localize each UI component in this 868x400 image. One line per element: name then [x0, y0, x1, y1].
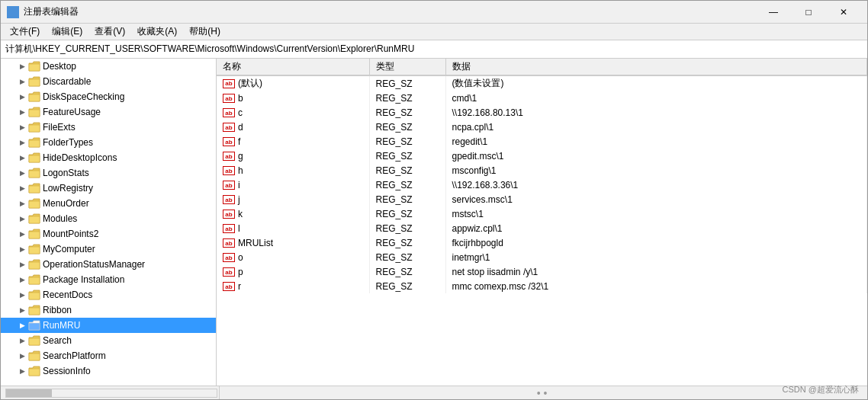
table-header: 名称 类型 数据: [217, 59, 867, 75]
tree-item[interactable]: ▶ SessionInfo: [1, 363, 216, 379]
tree-item[interactable]: ▶ SearchPlatform: [1, 348, 216, 363]
svg-rect-3: [13, 10, 16, 12]
tree-panel[interactable]: ▶ Desktop▶ Discardable▶ DiskSpaceCheckin…: [1, 59, 217, 386]
cell-name: abo: [217, 250, 369, 264]
tree-item[interactable]: ▶ RecentDocs: [1, 287, 216, 302]
menu-help[interactable]: 帮助(H): [183, 24, 227, 40]
cell-type: REG_SZ: [369, 105, 445, 120]
expand-arrow[interactable]: ▶: [16, 121, 28, 133]
expand-arrow[interactable]: ▶: [16, 167, 28, 179]
menu-file[interactable]: 文件(F): [4, 24, 46, 40]
folder-icon: [28, 183, 40, 194]
cell-name: abb: [217, 91, 369, 105]
expand-arrow[interactable]: ▶: [16, 136, 28, 149]
tree-item[interactable]: ▶ DiskSpaceChecking: [1, 89, 216, 104]
expand-arrow[interactable]: ▶: [16, 274, 28, 286]
tree-item[interactable]: ▶ Desktop: [1, 59, 216, 74]
tree-item[interactable]: ▶ HideDesktopIcons: [1, 150, 216, 165]
table-row[interactable]: abgREG_SZgpedit.msc\1: [217, 149, 867, 163]
table-row[interactable]: abpREG_SZnet stop iisadmin /y\1: [217, 264, 867, 279]
col-type[interactable]: 类型: [369, 59, 445, 75]
table-row[interactable]: abiREG_SZ\\192.168.3.36\1: [217, 178, 867, 192]
expand-arrow[interactable]: ▶: [16, 106, 28, 118]
table-row[interactable]: abhREG_SZmsconfig\1: [217, 163, 867, 178]
expand-arrow[interactable]: ▶: [16, 289, 28, 301]
expand-arrow[interactable]: ▶: [16, 365, 28, 377]
cell-name: ab(默认): [217, 75, 369, 91]
tree-item[interactable]: ▶ MenuOrder: [1, 196, 216, 211]
table-row[interactable]: abjREG_SZservices.msc\1: [217, 192, 867, 206]
folder-icon: [28, 107, 40, 117]
folder-icon: [28, 137, 40, 148]
ab-icon: ab: [223, 282, 235, 291]
minimize-button[interactable]: —: [756, 1, 791, 24]
expand-arrow[interactable]: ▶: [16, 152, 28, 164]
expand-arrow[interactable]: ▶: [16, 258, 28, 270]
table-row[interactable]: abcREG_SZ\\192.168.80.13\1: [217, 105, 867, 120]
table-row[interactable]: abdREG_SZncpa.cpl\1: [217, 120, 867, 134]
menu-edit[interactable]: 编辑(E): [46, 24, 88, 40]
table-row[interactable]: ab(默认)REG_SZ(数值未设置): [217, 75, 867, 91]
tree-item[interactable]: ▶ RunMRU: [1, 318, 216, 333]
tree-item[interactable]: ▶ MyComputer: [1, 242, 216, 257]
expand-arrow[interactable]: ▶: [16, 350, 28, 362]
cell-data: services.msc\1: [445, 192, 867, 206]
horizontal-scroll-area[interactable]: [4, 386, 220, 399]
expand-arrow[interactable]: ▶: [16, 197, 28, 210]
table-row[interactable]: abrREG_SZmmc comexp.msc /32\1: [217, 279, 867, 293]
tree-item-label: LowRegistry: [43, 183, 93, 194]
tree-item[interactable]: ▶ Package Installation: [1, 272, 216, 287]
ab-icon: ab: [223, 224, 235, 233]
expand-arrow[interactable]: ▶: [16, 304, 28, 316]
menu-view[interactable]: 查看(V): [88, 24, 131, 40]
expand-arrow[interactable]: ▶: [16, 75, 28, 88]
tree-item[interactable]: ▶ Search: [1, 333, 216, 348]
svg-rect-2: [8, 10, 11, 12]
registry-table[interactable]: 名称 类型 数据 ab(默认)REG_SZ(数值未设置)abbREG_SZcmd…: [217, 59, 867, 386]
folder-icon: [28, 274, 40, 285]
tree-item-label: MenuOrder: [43, 198, 89, 209]
col-name[interactable]: 名称: [217, 59, 369, 75]
tree-item[interactable]: ▶ FolderTypes: [1, 135, 216, 150]
tree-item[interactable]: ▶ MountPoints2: [1, 226, 216, 242]
maximize-button[interactable]: □: [791, 1, 826, 24]
cell-name: abMRUList: [217, 235, 369, 250]
expand-arrow[interactable]: ▶: [16, 243, 28, 255]
cell-data: inetmgr\1: [445, 250, 867, 264]
tree-item-label: Search: [43, 335, 72, 346]
tree-item[interactable]: ▶ FeatureUsage: [1, 104, 216, 120]
tree-item[interactable]: ▶ LowRegistry: [1, 181, 216, 196]
table-row[interactable]: abkREG_SZmstsc\1: [217, 206, 867, 221]
cell-data: regedit\1: [445, 134, 867, 149]
tree-item[interactable]: ▶ Discardable: [1, 74, 216, 89]
hscroll-track[interactable]: [5, 389, 217, 398]
table-row[interactable]: aboREG_SZinetmgr\1: [217, 250, 867, 264]
expand-arrow[interactable]: ▶: [16, 334, 28, 347]
expand-arrow[interactable]: ▶: [16, 60, 28, 72]
col-data[interactable]: 数据: [445, 59, 867, 75]
expand-arrow[interactable]: ▶: [16, 228, 28, 240]
window-title: 注册表编辑器: [24, 5, 756, 18]
address-text: 计算机\HKEY_CURRENT_USER\SOFTWARE\Microsoft…: [5, 43, 414, 56]
tree-item-label: FolderTypes: [43, 137, 93, 148]
expand-arrow[interactable]: ▶: [16, 319, 28, 331]
expand-arrow[interactable]: ▶: [16, 91, 28, 103]
tree-item-label: MountPoints2: [43, 229, 98, 239]
tree-item-label: FeatureUsage: [43, 107, 101, 117]
expand-arrow[interactable]: ▶: [16, 182, 28, 194]
menu-favorites[interactable]: 收藏夹(A): [131, 24, 183, 40]
tree-item[interactable]: ▶ Ribbon: [1, 302, 216, 318]
tree-item[interactable]: ▶ FileExts: [1, 120, 216, 135]
table-row[interactable]: ablREG_SZappwiz.cpl\1: [217, 221, 867, 235]
close-button[interactable]: ✕: [826, 1, 861, 24]
tree-item[interactable]: ▶ LogonStats: [1, 165, 216, 181]
table-row[interactable]: abfREG_SZregedit\1: [217, 134, 867, 149]
table-row[interactable]: abMRUListREG_SZfkcijrhbpogld: [217, 235, 867, 250]
tree-item[interactable]: ▶ OperationStatusManager: [1, 257, 216, 272]
tree-item[interactable]: ▶ Modules: [1, 211, 216, 226]
expand-arrow[interactable]: ▶: [16, 213, 28, 225]
ab-icon: ab: [223, 238, 235, 248]
tree-item-label: Modules: [43, 213, 77, 224]
cell-name: abc: [217, 105, 369, 120]
table-row[interactable]: abbREG_SZcmd\1: [217, 91, 867, 105]
